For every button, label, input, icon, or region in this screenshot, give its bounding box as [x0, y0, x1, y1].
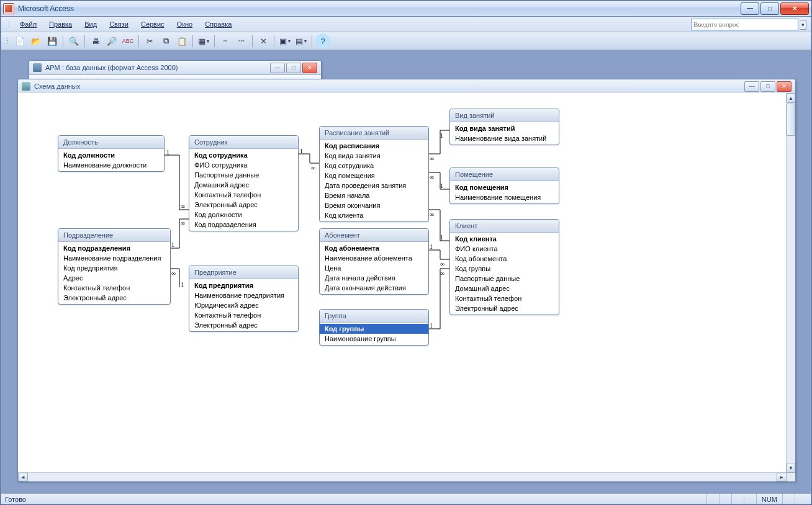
schema-close-button[interactable]: ✕ — [777, 81, 792, 92]
field[interactable]: Код вида занятий — [450, 123, 559, 133]
field[interactable]: Электронный адрес — [189, 320, 298, 330]
scroll-up-icon[interactable]: ▲ — [787, 93, 795, 103]
field[interactable]: Код абонемента — [450, 254, 559, 264]
ask-question-input[interactable] — [691, 19, 798, 30]
table-klient[interactable]: Клиент Код клиента ФИО клиента Код абоне… — [449, 219, 559, 315]
preview-icon[interactable]: 🔎 — [104, 34, 119, 48]
field[interactable]: Код предприятия — [58, 263, 170, 273]
field-selected[interactable]: Код группы — [320, 324, 428, 334]
field[interactable]: Код подразделения — [189, 220, 298, 230]
field[interactable]: Цена — [320, 263, 428, 273]
db-tool-icon[interactable]: ▣ — [277, 34, 292, 48]
copy-icon[interactable]: ⧉ — [158, 34, 173, 48]
schema-canvas[interactable]: 1∞ 1∞ 1∞ 1∞ 1∞ 1∞ — [18, 93, 795, 473]
field[interactable]: ФИО сотрудника — [189, 160, 298, 170]
field[interactable]: Код помещения — [450, 182, 559, 192]
field[interactable]: Дата проведения занятия — [320, 181, 428, 190]
field[interactable]: Код клиента — [450, 234, 559, 244]
field[interactable]: Домашний адрес — [189, 180, 298, 190]
spellcheck-icon[interactable]: ABC — [120, 34, 135, 48]
field[interactable]: Код вида занятия — [320, 151, 428, 161]
field[interactable]: Адрес — [58, 273, 170, 283]
schema-window[interactable]: Схема данных — □ ✕ 1∞ 1∞ 1∞ — [17, 79, 796, 482]
field[interactable]: Юридический адрес — [189, 300, 298, 310]
help-icon[interactable]: ? — [315, 34, 330, 48]
delete-icon[interactable]: ✕ — [256, 34, 271, 48]
menu-edit[interactable]: Правка — [44, 19, 77, 29]
table-dolzhnost[interactable]: Должность Код должности Наименование дол… — [58, 135, 165, 172]
new-object-icon[interactable]: ▤ — [294, 34, 309, 48]
menu-view[interactable]: Вид — [79, 19, 102, 29]
schema-max-button[interactable]: □ — [760, 81, 775, 92]
cut-icon[interactable]: ✂ — [142, 34, 157, 48]
scroll-left-icon[interactable]: ◄ — [18, 473, 28, 481]
save-icon[interactable]: 💾 — [45, 34, 60, 48]
close-button[interactable]: ✕ — [780, 2, 809, 15]
field[interactable]: Наименование вида занятий — [450, 133, 559, 143]
field[interactable]: Код расписания — [320, 141, 428, 151]
table-abonement[interactable]: Абонемент Код абонемента Наименование аб… — [319, 228, 429, 295]
menu-relations[interactable]: Связи — [104, 19, 133, 29]
field[interactable]: Код сотрудника — [189, 150, 298, 160]
table-vid[interactable]: Вид занятий Код вида занятий Наименовани… — [449, 109, 559, 145]
field[interactable]: Наименование должности — [58, 160, 164, 170]
table-sotrudnik[interactable]: Сотрудник Код сотрудника ФИО сотрудника … — [189, 135, 299, 231]
table-podrazdelenie[interactable]: Подразделение Код подразделения Наименов… — [58, 228, 171, 305]
table-predpriyatie[interactable]: Предприятие Код предприятия Наименование… — [189, 266, 299, 332]
field[interactable]: Дата начала действия — [320, 273, 428, 283]
field[interactable]: Код должности — [58, 150, 164, 160]
field[interactable]: Код сотрудника — [320, 161, 428, 171]
field[interactable]: Контактный телефон — [189, 190, 298, 200]
schema-min-button[interactable]: — — [744, 81, 759, 92]
field[interactable]: Паспортные данные — [189, 170, 298, 180]
menu-file[interactable]: Файл — [15, 19, 42, 29]
scroll-right-icon[interactable]: ► — [777, 473, 787, 481]
show-direct-icon[interactable]: ▫▫▫ — [234, 34, 249, 48]
field[interactable]: Код должности — [189, 210, 298, 220]
horizontal-scrollbar[interactable]: ◄ ► — [18, 472, 787, 481]
field[interactable]: Код предприятия — [189, 280, 298, 290]
field[interactable]: Электронный адрес — [58, 293, 170, 303]
field[interactable]: Наименование группы — [320, 334, 428, 344]
db-min-button[interactable]: — — [270, 63, 285, 73]
menu-window[interactable]: Окно — [172, 19, 198, 29]
vertical-scrollbar[interactable]: ▲ ▼ — [786, 93, 795, 473]
field[interactable]: ФИО клиента — [450, 244, 559, 254]
field[interactable]: Электронный адрес — [450, 303, 559, 313]
field[interactable]: Паспортные данные — [450, 274, 559, 284]
field[interactable]: Наименование подразделения — [58, 253, 170, 263]
search-icon[interactable]: 🔍 — [66, 34, 81, 48]
field[interactable]: Домашний адрес — [450, 284, 559, 293]
field[interactable]: Наименование предприятия — [189, 290, 298, 300]
field[interactable]: Электронный адрес — [189, 200, 298, 210]
field[interactable]: Код абонемента — [320, 243, 428, 253]
field[interactable]: Код подразделения — [58, 243, 170, 253]
show-table-icon[interactable]: ▦ — [196, 34, 211, 48]
table-raspisanie[interactable]: Расписание занятий Код расписания Код ви… — [319, 126, 429, 222]
field[interactable]: Наименование абонемента — [320, 253, 428, 263]
db-window[interactable]: АРМ : база данных (формат Access 2000) —… — [29, 60, 322, 80]
minimize-button[interactable]: — — [741, 2, 759, 15]
field[interactable]: Время начала — [320, 190, 428, 200]
scroll-thumb[interactable] — [787, 104, 795, 136]
field[interactable]: Код клиента — [320, 210, 428, 220]
paste-icon[interactable]: 📋 — [174, 34, 189, 48]
new-icon[interactable]: 📄 — [12, 34, 27, 48]
table-pomeschenie[interactable]: Помещение Код помещения Наименование пом… — [449, 168, 559, 204]
field[interactable]: Контактный телефон — [189, 310, 298, 320]
show-all-icon[interactable]: ▫▫ — [218, 34, 233, 48]
print-icon[interactable]: 🖶 — [88, 34, 103, 48]
scroll-down-icon[interactable]: ▼ — [787, 463, 795, 473]
table-gruppa[interactable]: Группа Код группы Наименование группы — [319, 309, 429, 346]
menu-help[interactable]: Справка — [200, 19, 237, 29]
field[interactable]: Дата окончания действия — [320, 283, 428, 293]
field[interactable]: Код помещения — [320, 171, 428, 181]
menu-tools[interactable]: Сервис — [136, 19, 169, 29]
db-max-button[interactable]: □ — [286, 63, 301, 73]
open-icon[interactable]: 📂 — [29, 34, 43, 48]
field[interactable]: Контактный телефон — [58, 283, 170, 293]
field[interactable]: Контактный телефон — [450, 293, 559, 303]
field[interactable]: Код группы — [450, 264, 559, 274]
maximize-button[interactable]: □ — [760, 2, 779, 15]
db-close-button[interactable]: ✕ — [302, 63, 317, 73]
